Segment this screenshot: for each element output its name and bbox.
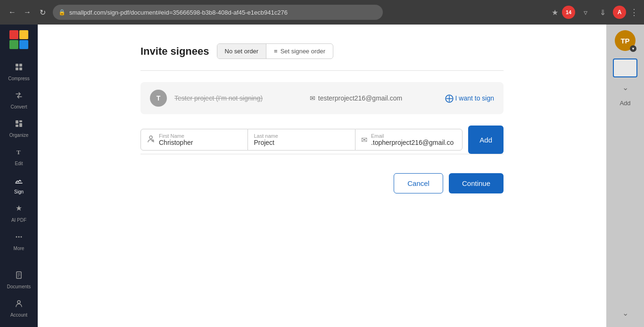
download-button[interactable]: ⇓ <box>596 6 609 19</box>
browser-chrome: ← → ↻ 🔒 smallpdf.com/sign-pdf/document#e… <box>0 0 644 25</box>
footer-actions: Cancel Continue <box>140 154 504 193</box>
set-order-icon: ≡ <box>274 48 278 55</box>
ai-pdf-label: AI PDF <box>11 218 26 223</box>
notification-button[interactable]: 14 <box>562 6 575 19</box>
documents-label: Documents <box>7 284 31 289</box>
tester-name: Tester project (I'm not signing) <box>174 94 302 102</box>
set-order-label: Set signee order <box>281 48 325 55</box>
add-button[interactable]: Add <box>468 126 504 154</box>
more-label: More <box>14 246 25 251</box>
address-icon: 🔒 <box>58 9 66 16</box>
avatar-dropdown-icon: ▼ <box>630 45 636 52</box>
last-name-input[interactable] <box>254 139 336 146</box>
sidebar-item-organize[interactable]: Organize <box>0 115 38 142</box>
right-panel-box <box>613 59 637 77</box>
logo-yellow <box>19 30 28 39</box>
right-panel-add[interactable]: Add <box>619 100 630 107</box>
last-name-label: Last name <box>254 133 336 139</box>
address-bar[interactable]: 🔒 smallpdf.com/sign-pdf/document#eid=356… <box>53 5 383 20</box>
right-panel-initials: TP <box>620 37 629 45</box>
right-panel-avatar[interactable]: TP ▼ <box>615 30 636 51</box>
browser-actions: ★ 14 ▿ ⇓ A ⋮ <box>552 6 638 19</box>
continue-button[interactable]: Continue <box>449 173 504 193</box>
logo-green <box>9 40 18 49</box>
url-text: smallpdf.com/sign-pdf/document#eid=35666… <box>69 9 377 16</box>
tester-avatar: T <box>150 90 167 107</box>
email-icon: ✉ <box>310 94 315 102</box>
svg-point-14 <box>149 136 152 139</box>
svg-point-13 <box>17 301 20 303</box>
svg-rect-5 <box>19 120 22 122</box>
svg-rect-2 <box>16 67 18 70</box>
convert-icon <box>14 91 24 102</box>
account-label: Account <box>10 312 27 318</box>
sidebar-item-compress[interactable]: Compress <box>0 59 38 85</box>
sidebar-item-documents[interactable]: Documents <box>0 267 38 293</box>
main-layout: Compress Convert Organize T Edit Sign <box>0 25 644 327</box>
tester-email: testerproject216@gmail.com <box>318 94 402 102</box>
sidebar: Compress Convert Organize T Edit Sign <box>0 25 38 327</box>
first-name-label: First Name <box>159 133 241 139</box>
cancel-button[interactable]: Cancel <box>394 173 443 193</box>
sidebar-bottom: Documents Account <box>0 267 38 321</box>
person-icon <box>147 134 155 145</box>
email-content: Email <box>371 133 454 146</box>
add-signee-form: First Name Last name ✉ Email <box>140 126 504 154</box>
white-panel: Invite signees No set order ≡ Set signee… <box>38 25 606 327</box>
i-want-to-sign-button[interactable]: ⨁ I want to sign <box>445 93 495 103</box>
reload-button[interactable]: ↻ <box>36 6 49 19</box>
email-label: Email <box>371 133 454 139</box>
sidebar-item-edit[interactable]: T Edit <box>0 143 38 170</box>
sidebar-item-more[interactable]: More <box>0 228 38 255</box>
nav-buttons: ← → ↻ <box>6 6 49 19</box>
right-panel: TP ▼ ⌄ Add ⌄ <box>606 25 644 327</box>
sign-icon <box>14 176 24 187</box>
back-button[interactable]: ← <box>6 6 19 19</box>
i-want-to-sign-label: I want to sign <box>455 94 495 102</box>
svg-point-9 <box>16 236 17 238</box>
tab-no-set-order[interactable]: No set order <box>217 44 266 59</box>
svg-rect-3 <box>19 67 22 70</box>
ai-pdf-icon <box>14 204 24 216</box>
edit-icon: T <box>14 147 24 159</box>
tester-row: T Tester project (I'm not signing) ✉ tes… <box>140 82 504 114</box>
panel-inner: Invite signees No set order ≡ Set signee… <box>122 25 522 212</box>
last-name-field: Last name <box>248 129 355 151</box>
sidebar-item-account[interactable]: Account <box>0 295 38 321</box>
svg-rect-7 <box>16 125 18 127</box>
compress-icon <box>14 62 24 74</box>
account-button[interactable]: A <box>613 6 626 19</box>
tab-group: No set order ≡ Set signee order <box>217 43 334 59</box>
content-area: Invite signees No set order ≡ Set signee… <box>38 25 644 327</box>
organize-icon <box>14 119 24 131</box>
extensions-button[interactable]: ▿ <box>579 6 592 19</box>
sidebar-item-convert[interactable]: Convert <box>0 87 38 113</box>
sidebar-item-sign[interactable]: Sign <box>0 172 38 198</box>
svg-rect-6 <box>19 123 22 127</box>
more-icon <box>14 232 24 244</box>
menu-button[interactable]: ⋮ <box>630 7 638 17</box>
organize-label: Organize <box>9 133 29 138</box>
first-name-input[interactable] <box>159 139 241 146</box>
svg-text:T: T <box>17 149 21 156</box>
forward-button[interactable]: → <box>21 6 34 19</box>
plus-icon: ⨁ <box>445 93 454 103</box>
email-field: ✉ Email <box>355 129 462 151</box>
svg-rect-4 <box>16 120 18 124</box>
sidebar-item-ai-pdf[interactable]: AI PDF <box>0 200 38 226</box>
right-panel-bottom-chevron[interactable]: ⌄ <box>622 309 628 318</box>
app-logo <box>9 30 28 49</box>
logo-red <box>9 30 18 39</box>
tester-email-group: ✉ testerproject216@gmail.com <box>310 94 438 102</box>
mail-icon: ✉ <box>361 135 367 144</box>
documents-icon <box>14 270 24 282</box>
tester-initial: T <box>157 94 161 102</box>
tab-set-signee-order[interactable]: ≡ Set signee order <box>266 44 333 59</box>
invite-title: Invite signees <box>140 45 209 58</box>
right-panel-chevron-down[interactable]: ⌄ <box>622 83 628 92</box>
bookmark-button[interactable]: ★ <box>552 8 558 17</box>
invite-header: Invite signees No set order ≡ Set signee… <box>140 43 504 71</box>
sign-label: Sign <box>14 189 24 194</box>
svg-point-10 <box>18 236 20 238</box>
email-input[interactable] <box>371 139 454 146</box>
